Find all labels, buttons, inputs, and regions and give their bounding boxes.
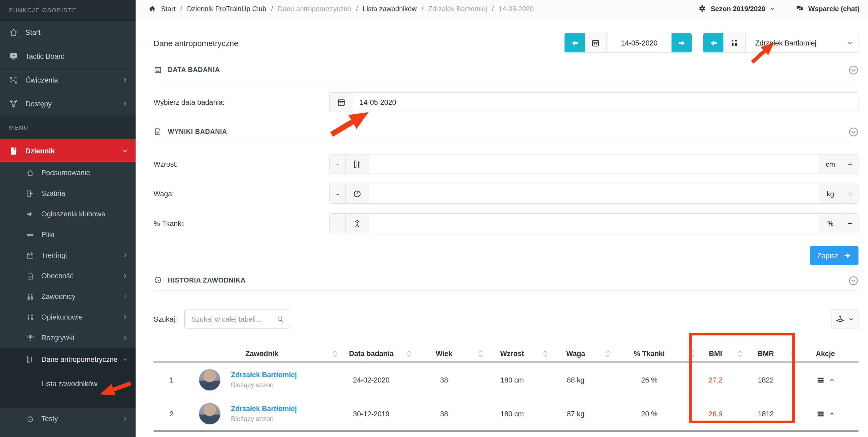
col-wiek[interactable]: Wiek xyxy=(408,344,480,363)
cell-height: 180 cm xyxy=(480,376,545,384)
waga-input[interactable] xyxy=(369,184,819,203)
chevron-right-icon xyxy=(122,416,128,422)
arrow-left-icon xyxy=(570,39,579,47)
tkanki-minus-button[interactable]: - xyxy=(330,214,346,233)
chevron-down-icon xyxy=(122,147,128,154)
col-bmi[interactable]: BMI xyxy=(692,344,739,363)
collapse-chevron-icon[interactable] xyxy=(848,65,859,75)
tkanki-label: % Tkanki: xyxy=(154,219,330,227)
export-button[interactable] xyxy=(831,309,859,329)
topbar-right: Sezon 2019/2020 Wsparcie (chat) xyxy=(698,4,860,13)
height-ruler-icon xyxy=(353,160,362,168)
player-season: Bieżący sezon xyxy=(231,381,297,389)
wzrost-plus-button[interactable]: + xyxy=(842,155,858,173)
sidebar-item-obecnosc[interactable]: Obecność xyxy=(0,266,135,286)
calendar-icon xyxy=(26,251,34,260)
waga-minus-button[interactable]: - xyxy=(330,184,346,203)
table-row: 1 Zdrzałek Bartłomiej Bieżący sezon 24-0… xyxy=(154,363,859,397)
body-icon xyxy=(353,219,362,228)
breadcrumb-dziennik[interactable]: Dziennik ProTrainUp Club xyxy=(187,4,267,12)
tkanki-plus-button[interactable]: + xyxy=(842,214,858,233)
main-area: Start / Dziennik ProTrainUp Club / Dane … xyxy=(135,0,868,437)
breadcrumb-lista[interactable]: Lista zawodników xyxy=(363,4,417,12)
sidebar-item-treningi[interactable]: Treningi xyxy=(0,245,135,266)
cell-age: 38 xyxy=(408,376,480,384)
search-input[interactable] xyxy=(191,315,277,323)
sidebar-item-pliki[interactable]: Pliki xyxy=(0,224,135,245)
avatar[interactable] xyxy=(198,403,221,425)
date-prev-button[interactable] xyxy=(564,33,585,53)
scale-icon xyxy=(353,189,362,198)
col-tkanki[interactable]: % Tkanki xyxy=(607,344,692,363)
sidebar-item-testy[interactable]: Testy xyxy=(0,408,135,429)
chat-icon xyxy=(796,4,804,13)
sidebar-item-dziennik[interactable]: Dziennik xyxy=(0,139,135,162)
col-waga[interactable]: Waga xyxy=(545,344,607,363)
wzrost-unit: cm xyxy=(819,155,842,173)
date-input[interactable] xyxy=(353,93,858,112)
trophy-icon xyxy=(26,334,34,342)
season-selector[interactable]: Sezon 2019/2020 xyxy=(698,4,776,13)
breadcrumb-dane[interactable]: Dane antropometryczne xyxy=(278,4,351,12)
cell-height: 180 cm xyxy=(480,410,545,418)
avatar[interactable] xyxy=(198,369,221,391)
sidebar-item-lista-zawodnikow[interactable]: Lista zawodników xyxy=(0,370,135,408)
date-input-group xyxy=(330,92,859,112)
player-link[interactable]: Zdrzałek Bartłomiej xyxy=(231,371,297,379)
scale-icon-cell xyxy=(346,184,369,203)
sidebar-item-start[interactable]: Start xyxy=(0,21,135,44)
cell-bmr: 1822 xyxy=(739,376,792,384)
sidebar-item-tactic-board[interactable]: Tactic Board xyxy=(0,44,135,68)
waga-row: Waga: - kg + xyxy=(154,183,859,204)
row-actions-button[interactable] xyxy=(792,409,859,418)
page-check-icon xyxy=(26,272,34,280)
wzrost-input[interactable] xyxy=(369,155,819,173)
sidebar-item-szatnia[interactable]: Szatnia xyxy=(0,183,135,204)
date-field-row: Wybierz data badania: xyxy=(154,92,859,112)
drive-icon xyxy=(26,230,34,239)
sidebar-item-dane-antropometryczne[interactable]: Dane antropometryczne xyxy=(0,348,135,370)
row-actions-button[interactable] xyxy=(792,375,859,384)
megaphone-icon xyxy=(26,210,34,218)
row-number: 1 xyxy=(154,376,190,384)
cell-weight: 87 kg xyxy=(545,410,607,418)
tkanki-input[interactable] xyxy=(369,214,819,233)
sidebar-item-cwiczenia[interactable]: Ćwiczenia xyxy=(0,68,135,92)
wzrost-minus-button[interactable]: - xyxy=(330,155,346,173)
wzrost-input-group: - cm + xyxy=(330,154,859,174)
support-chat-button[interactable]: Wsparcie (chat) xyxy=(796,4,860,13)
height-ruler-icon xyxy=(26,355,34,364)
collapse-chevron-icon[interactable] xyxy=(848,127,859,137)
collapse-chevron-icon[interactable] xyxy=(848,275,859,285)
sidebar-item-dostepy[interactable]: Dostępy xyxy=(0,92,135,116)
col-data-badania[interactable]: Data badania xyxy=(334,344,408,363)
player-select[interactable]: Zdrzałek Bartłomiej xyxy=(746,33,858,53)
content: Dane antropometryczne 14-05-2020 Zdrzałe… xyxy=(135,32,868,432)
chevron-right-icon xyxy=(122,314,128,320)
sidebar-item-podsumowanie[interactable]: Podsumowanie xyxy=(0,162,135,183)
player-prev-button[interactable] xyxy=(703,33,723,53)
sidebar-item-zawodnicy[interactable]: Zawodnicy xyxy=(0,286,135,307)
col-bmr[interactable]: BMR xyxy=(739,344,792,363)
home-icon[interactable] xyxy=(148,4,156,12)
table-row: 2 Zdrzałek Bartłomiej Bieżący sezon 30-1… xyxy=(154,397,859,432)
section-wyniki-badania: WYNIKI BADANIA xyxy=(154,126,859,138)
breadcrumb-player[interactable]: Zdrzałek Bartłomiej xyxy=(428,4,487,12)
col-num xyxy=(154,344,190,363)
sidebar-item-ogloszenia[interactable]: Ogłoszenia klubowe xyxy=(0,204,135,224)
date-nav-value[interactable]: 14-05-2020 xyxy=(607,33,672,53)
chevron-down-icon xyxy=(848,316,854,322)
waga-plus-button[interactable]: + xyxy=(842,184,858,203)
breadcrumb: Start / Dziennik ProTrainUp Club / Dane … xyxy=(148,4,534,12)
arrow-left-icon xyxy=(709,39,717,47)
calendar-icon-cell xyxy=(330,93,353,112)
date-next-button[interactable] xyxy=(672,33,692,53)
waga-label: Waga: xyxy=(154,190,330,198)
col-zawodnik[interactable]: Zawodnik xyxy=(190,344,334,363)
save-button[interactable]: Zapisz xyxy=(810,246,859,265)
breadcrumb-start[interactable]: Start xyxy=(161,4,176,12)
sidebar-item-opiekunowie[interactable]: Opiekunowie xyxy=(0,307,135,328)
col-wzrost[interactable]: Wzrost xyxy=(480,344,545,363)
sidebar-item-rozgrywki[interactable]: Rozgrywki xyxy=(0,328,135,348)
player-link[interactable]: Zdrzałek Bartłomiej xyxy=(231,405,297,413)
